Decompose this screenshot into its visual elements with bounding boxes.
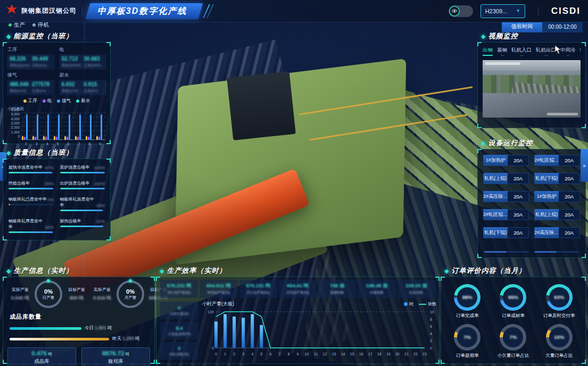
order-gauge-1: 95%订单成材率 — [490, 281, 536, 321]
energy-value-label: 单耗(m³/t) — [10, 88, 30, 94]
energy-value: 68.226 — [10, 56, 30, 62]
panel-corner — [435, 277, 440, 281]
device-chip-2[interactable]: 轧机(上辊)20A — [483, 173, 529, 184]
video-tab-0[interactable]: 出钢 — [483, 47, 493, 56]
status-dot-icon — [32, 23, 36, 27]
efficiency-side-label: 待轧块数(块) — [170, 352, 189, 357]
hourly-chart-title: 小时产量(大板) — [202, 301, 234, 307]
gauge-target-label: 目标产量 — [64, 287, 89, 293]
quality-item: 探伤合格率97% — [60, 218, 105, 233]
svg-text:16: 16 — [359, 352, 363, 356]
device-chip-8[interactable]: 轧机(下辊)20A — [483, 227, 529, 238]
video-tab-4[interactable]: 中间冷 — [560, 47, 576, 56]
camera-feed[interactable] — [483, 60, 581, 118]
gauge-center-label: 日产量 — [43, 295, 55, 301]
svg-text:1: 1 — [224, 352, 226, 356]
svg-text:18: 18 — [377, 352, 382, 356]
svg-text:10: 10 — [305, 352, 309, 356]
order-gauge-label: 订单成材率 — [502, 313, 525, 319]
video-tab-1[interactable]: 装钢 — [497, 47, 507, 56]
diamond-icon: ◆ — [481, 140, 485, 147]
quality-label: 出炉温度合格率 — [60, 180, 90, 186]
energy-hourly-bar-chart: 01,0002,0003,0004,0005,0006,00023456789 — [7, 113, 106, 146]
quality-item: 超快冷温度命中率97% — [9, 164, 54, 173]
device-current-value: 20A — [559, 209, 580, 220]
efficiency-panel: ◆ 生产效率（实时） 576.231 吨班计划产量(吨)654.611 吨班实际… — [156, 277, 440, 364]
legend-dot-icon — [43, 99, 46, 103]
stock-bar-number: 1,293 — [121, 336, 135, 341]
quality-value: 99% — [45, 181, 53, 186]
header-divider — [82, 6, 82, 16]
energy-chart-ylabel: 小时单耗 — [7, 106, 106, 112]
order-gauge-2: 93%订单及时交付率 — [536, 281, 582, 321]
device-chip-7[interactable]: 轧机(上辊)20A — [534, 209, 580, 220]
efficiency-card-6: 108.00 块轧制块数 — [397, 280, 435, 298]
gauge-center-label: 月产量 — [125, 295, 137, 301]
stock-bar-number: 1,801 — [94, 325, 107, 330]
device-scrollbar-left[interactable] — [484, 251, 529, 253]
video-tab-3[interactable]: 轧机出口 — [536, 47, 556, 56]
video-tab-2[interactable]: 轧机入口 — [511, 47, 532, 56]
gauge-target-value: 900 吨 — [64, 295, 89, 302]
quality-bar-fill — [60, 172, 105, 173]
quality-item-top: 钢板终轧厚度命中率98% — [9, 218, 54, 230]
heat-number-dropdown[interactable]: H2309... ▼ — [481, 4, 525, 18]
energy-bar — [45, 137, 47, 140]
order-donut: 7% — [454, 324, 481, 351]
panel-corner — [151, 360, 155, 364]
energy-section-2: 煤气486.040277578单耗(m³/t)总量(m³) — [7, 71, 55, 95]
order-donut-hole: 95% — [503, 287, 523, 307]
stock-bar-label: 昨天 1,293 吨 — [112, 336, 140, 342]
panel-collapse-tab-right[interactable]: » — [581, 149, 588, 182]
efficiency-card-value: 108.00 块 — [405, 282, 427, 289]
efficiency-card-value: 748 块 — [330, 282, 345, 289]
quality-bar-fill — [60, 210, 103, 211]
efficiency-card-label: 日实际产量(吨) — [286, 290, 309, 295]
device-current-value: 20A — [508, 227, 529, 238]
device-chip-3[interactable]: 轧机(下辊)20A — [534, 173, 580, 184]
quality-value: 100% — [94, 181, 105, 186]
device-name: 2#轧区辊… — [534, 155, 559, 166]
svg-text:10: 10 — [430, 310, 434, 314]
energy-bar — [26, 114, 28, 140]
efficiency-side-value: 0 — [178, 305, 180, 311]
video-tab-5[interactable]: 电动辊 — [580, 47, 581, 56]
order-gauge-label: 小欠量订单占比 — [498, 353, 529, 359]
device-chip-9[interactable]: 2#高压除…20A — [534, 227, 580, 238]
device-chip-6[interactable]: 2#轧区辊…20A — [483, 209, 529, 220]
hourly-output-svg: 1200024681001234567891011121314151617181… — [202, 307, 436, 359]
quality-bar-track — [9, 172, 54, 173]
device-chip-1[interactable]: 2#轧区辊…20A — [534, 155, 580, 166]
energy-value: 277578 — [32, 81, 52, 87]
energy-bar — [86, 136, 87, 140]
panel-corner — [477, 254, 482, 258]
order-donut-percent: 95% — [508, 294, 518, 300]
efficiency-side-label: 当班欠量(块) — [170, 312, 189, 317]
quality-panel-title: ◆ 质量信息（当班） — [6, 147, 73, 158]
stock-box-label: 成品库 — [34, 358, 49, 365]
stock-box-value: 0.476吨 — [31, 350, 52, 357]
device-chip-4[interactable]: 2#高压除…20A — [483, 191, 529, 202]
energy-bar — [56, 137, 57, 140]
panel-corner — [3, 277, 7, 281]
quality-bar-fill — [60, 188, 105, 189]
energy-x-tick: 2 — [25, 142, 27, 146]
quality-item: 装炉温度合格率100% — [60, 164, 105, 173]
company-name: 陕钢集团汉钢公司 — [21, 6, 77, 15]
device-chip-0[interactable]: 1#加热炉20A — [483, 155, 529, 166]
camera-feed-roof — [483, 60, 581, 71]
energy-value-label: 总量(m³) — [32, 88, 52, 94]
quality-value: 3% — [47, 197, 54, 202]
quality-label: 性能合格率 — [9, 180, 30, 186]
company-logo-subtext: — — [10, 14, 13, 18]
quality-item-top: 钢板终轧温度命中率95% — [60, 196, 105, 208]
order-donut-hole: 7% — [457, 327, 477, 347]
device-chip-5[interactable]: 1#加热炉20A — [534, 191, 580, 202]
svg-text:0: 0 — [430, 346, 432, 350]
svg-text:22: 22 — [413, 352, 418, 356]
visibility-toggle[interactable] — [449, 5, 473, 17]
device-scrollbar-right[interactable] — [534, 251, 579, 253]
energy-bar — [67, 137, 68, 140]
energy-bar-group — [22, 114, 30, 140]
energy-legend-label: 工序 — [28, 98, 37, 104]
